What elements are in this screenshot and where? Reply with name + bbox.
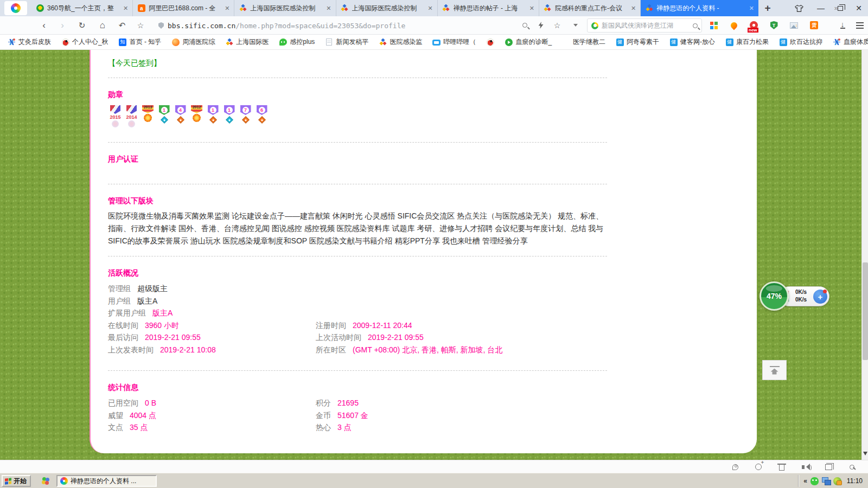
activity-row: 在线时间3960 小时注册时间2009-12-11 20:44 xyxy=(108,319,757,332)
speed-widget[interactable]: ↑0K/s ↓0K/s + 47% xyxy=(760,281,830,312)
tab-close-icon[interactable]: ✕ xyxy=(529,5,534,12)
trash-icon[interactable] xyxy=(777,463,786,471)
bookmark-item[interactable]: 健康百力松果 xyxy=(725,37,769,47)
bookmark-item[interactable]: 健阿奇霉素干 xyxy=(616,37,659,47)
memory-ball[interactable]: 47% xyxy=(760,281,789,311)
accelerate-plus-button[interactable]: + xyxy=(813,290,827,304)
download-icon[interactable]: ↓ xyxy=(834,16,851,34)
red-new-icon[interactable]: new xyxy=(750,21,758,29)
back-to-top-button[interactable] xyxy=(762,360,787,380)
shield-t-icon[interactable]: T xyxy=(770,21,778,29)
url-host: bbs.sific.com.cn xyxy=(168,22,235,30)
refresh-button[interactable]: ↻ xyxy=(74,16,90,34)
bookmark-item[interactable]: 感控plus xyxy=(279,37,315,47)
search-engine-icon[interactable] xyxy=(591,22,598,29)
bookmark-star-icon[interactable]: ☆ xyxy=(549,16,565,34)
field-label: 积分 xyxy=(316,397,331,409)
menu-icon[interactable] xyxy=(852,16,868,34)
home-button[interactable]: ⌂ xyxy=(94,16,111,34)
jian-icon: 健 xyxy=(779,38,787,46)
stats-title: 统计信息 xyxy=(108,383,757,393)
zoom-icon[interactable] xyxy=(516,16,533,34)
medal: 2014 xyxy=(124,105,139,127)
speaker-icon[interactable] xyxy=(801,463,809,471)
huo-icon[interactable]: 货 xyxy=(810,21,818,29)
browser-tab[interactable]: 上海国际医院感染控制✕ xyxy=(234,0,336,16)
bookmark-item[interactable]: 艾灸后皮肤 xyxy=(8,37,51,47)
field-label: 已用空间 xyxy=(108,397,138,409)
bookmark-item[interactable]: 周浦医院综 xyxy=(171,37,215,47)
rocket-icon[interactable] xyxy=(731,463,739,471)
active-task-button[interactable]: 禅静思语的个人资料 ... xyxy=(56,475,157,487)
tab-close-icon[interactable]: ✕ xyxy=(749,5,754,12)
bookmark-item[interactable]: 健欣百达抗抑 xyxy=(779,37,822,47)
bookmark-item[interactable]: 医院感染监 xyxy=(379,37,422,47)
field-value: 35 点 xyxy=(130,421,148,434)
medal: 1 xyxy=(157,105,171,123)
back-button[interactable]: ‹ xyxy=(36,16,52,34)
address-bar[interactable]: bbs.sific.com.cn/home.php?mod=space&uid=… xyxy=(158,18,506,33)
network-tray-icon[interactable] xyxy=(822,477,830,485)
managed-boards-links[interactable]: 医院环境微生物及消毒灭菌效果监测 论坛建设金点子——建言献策 休闲时光 心灵感悟… xyxy=(108,210,607,247)
start-button[interactable]: 开始 xyxy=(2,475,31,487)
flame-icon[interactable] xyxy=(730,21,738,29)
browser-tab[interactable]: 禅静思语的个人资料 -✕ xyxy=(641,0,758,16)
bookmarks-bar: 艾灸后皮肤个人中心_秋知首页 - 知乎周浦医院综上海国际医感控plus新闻发稿平… xyxy=(0,35,868,50)
bookmarks-overflow-chevron[interactable]: » xyxy=(834,0,838,15)
minimize-button[interactable]: — xyxy=(813,0,829,16)
site-safety-shield-icon[interactable] xyxy=(158,22,164,29)
browser-tab[interactable]: 360导航_一个主页，整✕ xyxy=(31,0,133,16)
medal: 1 xyxy=(206,105,220,123)
tab-close-icon[interactable]: ✕ xyxy=(631,5,636,12)
quick-launch-icon[interactable] xyxy=(40,476,51,486)
security-tray-icon[interactable] xyxy=(833,477,841,485)
grid-icon xyxy=(710,21,718,29)
skin-button[interactable] xyxy=(791,0,807,16)
tab-close-icon[interactable]: ✕ xyxy=(326,5,331,12)
favorite-star-button[interactable]: ☆ xyxy=(132,16,149,34)
url-path: /home.php?mod=space&uid=23053&do=profile xyxy=(235,22,405,30)
close-button[interactable]: ✕ xyxy=(851,0,867,16)
browser-tab[interactable]: 上海国际医院感染控制✕ xyxy=(336,0,438,16)
dropdown-chevron-icon[interactable] xyxy=(567,16,584,34)
screenshot-icon[interactable] xyxy=(790,21,798,29)
tab-close-icon[interactable]: ✕ xyxy=(123,5,128,12)
boost-icon[interactable] xyxy=(533,16,549,34)
bookmark-item[interactable]: 健健客网-放心 xyxy=(669,37,715,47)
bookmark-item[interactable] xyxy=(486,38,494,46)
apps-grid-icon[interactable] xyxy=(710,21,718,29)
browser-logo[interactable] xyxy=(4,1,27,15)
bookmark-item[interactable]: 个人中心_秋 xyxy=(61,37,108,47)
scrollbar-down-arrow[interactable] xyxy=(863,452,867,458)
browser-tab[interactable]: a阿里巴巴1688.com - 全✕ xyxy=(133,0,234,16)
field-value: 3960 小时 xyxy=(145,319,179,332)
browser-tab[interactable]: 禅静思语的帖子 - 上海✕ xyxy=(438,0,539,16)
bookmark-item[interactable]: 医学继教二 xyxy=(562,37,605,47)
bookmark-item[interactable]: 血瘀的诊断_ xyxy=(505,37,552,47)
scrollbar-thumb[interactable] xyxy=(863,262,868,360)
tab-close-icon[interactable]: ✕ xyxy=(225,5,229,12)
new-tab-button[interactable]: + xyxy=(760,0,776,16)
bookmark-item[interactable]: 新闻发稿平 xyxy=(325,37,368,47)
undo-button[interactable]: ↶ xyxy=(114,16,130,34)
tray-expand-icon[interactable]: « xyxy=(803,477,807,485)
medal-year: 2015 xyxy=(110,114,120,120)
globeplus-icon[interactable] xyxy=(754,463,763,471)
search-icon[interactable] xyxy=(693,23,698,28)
magnifier-icon[interactable] xyxy=(847,463,856,471)
tab-close-icon[interactable]: ✕ xyxy=(428,5,433,12)
frame-icon[interactable] xyxy=(824,463,833,471)
sific-icon xyxy=(645,4,653,12)
search-box[interactable] xyxy=(587,18,702,33)
field-label: 最后访问 xyxy=(108,331,138,344)
bookmark-label: 血瘀体质如 xyxy=(844,37,868,47)
search-input[interactable] xyxy=(602,22,690,29)
bookmark-item[interactable]: 知首页 - 知乎 xyxy=(119,37,162,47)
wechat-tray-icon[interactable] xyxy=(810,477,819,485)
vertical-scrollbar[interactable] xyxy=(861,50,868,460)
forward-button[interactable]: › xyxy=(54,16,71,34)
bookmark-item[interactable]: 上海国际医 xyxy=(225,37,269,47)
bookmark-item[interactable]: 血瘀体质如 xyxy=(833,37,868,47)
browser-tab[interactable]: 院感科的重点工作-会议✕ xyxy=(539,0,641,16)
bookmark-item[interactable]: 哔哩哔哩（ xyxy=(432,37,476,47)
